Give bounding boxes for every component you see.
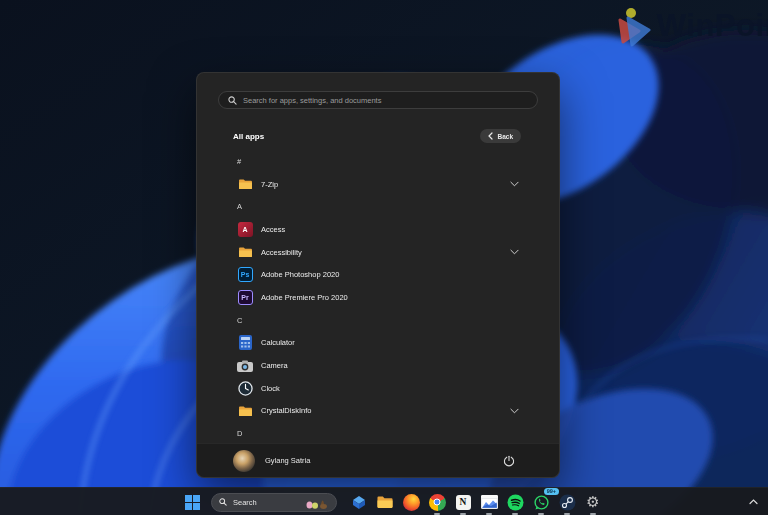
section-letter: D bbox=[237, 429, 242, 438]
app-item-clock[interactable]: Clock bbox=[197, 377, 559, 400]
app-item-7-zip[interactable]: 7-Zip bbox=[197, 173, 559, 196]
taskbar: Search bbox=[0, 487, 768, 515]
start-menu-user-bar: Gylang Satria bbox=[197, 443, 559, 477]
photoshop-icon: Ps bbox=[237, 267, 253, 282]
app-label: Camera bbox=[261, 361, 288, 370]
chevron-left-icon bbox=[488, 132, 493, 140]
taskbar-notion-icon[interactable]: N bbox=[451, 490, 475, 514]
folder-icon bbox=[237, 246, 253, 258]
taskbar-spotify-icon[interactable] bbox=[503, 490, 527, 514]
windows-logo-icon bbox=[185, 495, 200, 510]
app-label: Access bbox=[261, 225, 285, 234]
app-label: Clock bbox=[261, 384, 280, 393]
app-item-photoshop[interactable]: Ps Adobe Photoshop 2020 bbox=[197, 263, 559, 286]
all-apps-header: All apps Back bbox=[233, 129, 521, 143]
app-item-premiere[interactable]: Pr Adobe Premiere Pro 2020 bbox=[197, 286, 559, 309]
taskbar-firefox-icon[interactable] bbox=[399, 490, 423, 514]
all-apps-list: # 7-Zip A A Access bbox=[197, 150, 559, 445]
app-item-access[interactable]: A Access bbox=[197, 218, 559, 241]
taskbar-file-explorer-icon[interactable] bbox=[373, 490, 397, 514]
power-button[interactable] bbox=[499, 451, 519, 471]
taskbar-chrome-icon[interactable] bbox=[425, 490, 449, 514]
chevron-down-icon[interactable] bbox=[510, 408, 519, 414]
camera-icon bbox=[237, 360, 253, 372]
app-label: 7-Zip bbox=[261, 180, 278, 189]
section-letter: A bbox=[237, 202, 242, 211]
taskbar-whatsapp-icon[interactable]: 99+ bbox=[529, 490, 553, 514]
chevron-down-icon[interactable] bbox=[510, 181, 519, 187]
section-letter: # bbox=[237, 157, 241, 166]
back-button[interactable]: Back bbox=[480, 129, 521, 143]
user-name[interactable]: Gylang Satria bbox=[265, 456, 310, 465]
desktop: WinPoin All apps Back # bbox=[0, 0, 768, 515]
search-icon bbox=[219, 498, 227, 506]
taskbar-steam-icon[interactable] bbox=[555, 490, 579, 514]
app-label: Calculator bbox=[261, 338, 295, 347]
taskbar-chart-window-app-icon[interactable] bbox=[477, 490, 501, 514]
section-header-d[interactable]: D bbox=[197, 422, 559, 445]
chevron-down-icon[interactable] bbox=[510, 249, 519, 255]
start-search-input[interactable] bbox=[243, 96, 528, 105]
section-letter: C bbox=[237, 316, 242, 325]
app-label: Adobe Photoshop 2020 bbox=[261, 270, 339, 279]
section-header-hash[interactable]: # bbox=[197, 150, 559, 173]
back-button-label: Back bbox=[497, 133, 513, 140]
folder-icon bbox=[237, 405, 253, 417]
start-button[interactable] bbox=[180, 490, 204, 514]
taskbar-blue-box-app-icon[interactable] bbox=[347, 490, 371, 514]
taskbar-settings-icon[interactable]: ⚙ bbox=[581, 490, 605, 514]
taskbar-search-label: Search bbox=[233, 498, 257, 507]
avatar[interactable] bbox=[233, 450, 255, 472]
app-label: Adobe Premiere Pro 2020 bbox=[261, 293, 348, 302]
clock-icon bbox=[237, 381, 253, 396]
search-highlight-image bbox=[305, 496, 329, 509]
power-icon bbox=[503, 455, 515, 467]
app-item-crystaldiskinfo[interactable]: CrystalDiskInfo bbox=[197, 400, 559, 423]
app-label: CrystalDiskInfo bbox=[261, 406, 311, 415]
show-hidden-icons-chevron[interactable] bbox=[746, 496, 761, 508]
all-apps-title: All apps bbox=[233, 132, 264, 141]
calculator-icon bbox=[237, 335, 253, 350]
folder-icon bbox=[237, 178, 253, 190]
app-item-accessibility[interactable]: Accessibility bbox=[197, 241, 559, 264]
app-item-camera[interactable]: Camera bbox=[197, 354, 559, 377]
section-header-c[interactable]: C bbox=[197, 309, 559, 332]
premiere-icon: Pr bbox=[237, 290, 253, 305]
section-header-a[interactable]: A bbox=[197, 195, 559, 218]
search-icon bbox=[228, 96, 237, 105]
start-menu-panel: All apps Back # 7-Zip bbox=[196, 72, 560, 478]
start-search-box[interactable] bbox=[218, 91, 538, 109]
app-label: Accessibility bbox=[261, 248, 302, 257]
app-item-calculator[interactable]: Calculator bbox=[197, 332, 559, 355]
access-icon: A bbox=[237, 222, 253, 237]
taskbar-search-box[interactable]: Search bbox=[211, 493, 337, 512]
